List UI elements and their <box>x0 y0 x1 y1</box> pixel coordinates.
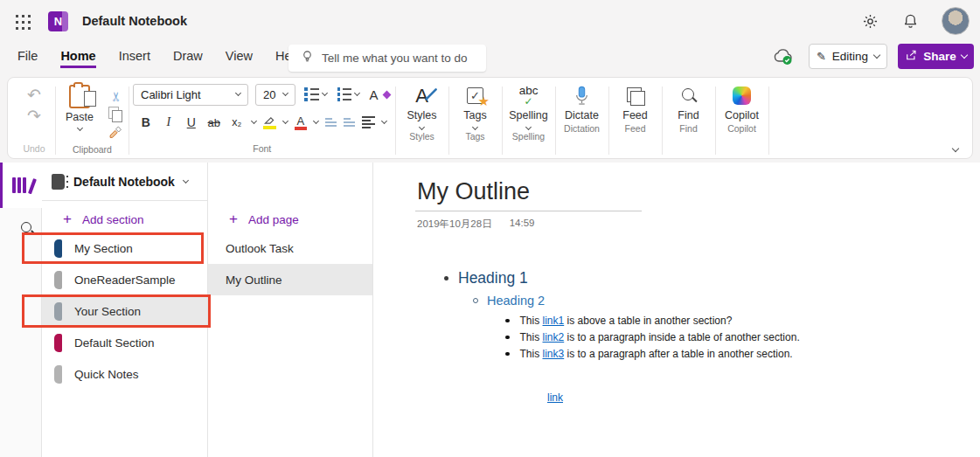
section-icon-2 <box>54 302 62 321</box>
section-icon-0 <box>54 239 62 258</box>
spelling-icon: abc ✓ <box>519 84 539 107</box>
section-item-3[interactable]: Default Section <box>42 327 207 358</box>
onenote-logo-icon[interactable]: N <box>48 11 68 31</box>
sections-panel: Default Notebook + Add section My Sectio… <box>42 163 208 457</box>
ribbon-collapse-chevron[interactable] <box>952 145 959 152</box>
feed-button[interactable]: Feed <box>613 83 658 121</box>
copilot-button[interactable]: Copilot <box>719 83 765 121</box>
spelling-button[interactable]: abc ✓ Spelling <box>506 83 552 129</box>
styles-icon: A <box>415 84 428 107</box>
pencil-icon: ✎ <box>817 50 826 63</box>
undo-icon[interactable]: ↶ <box>27 87 41 104</box>
onenote-app-window: N Default Notebook File Home Insert Draw… <box>0 0 980 457</box>
date-text: 2019年10月28日 <box>417 218 492 231</box>
copilot-icon <box>733 87 751 105</box>
increase-indent-button[interactable] <box>344 118 355 127</box>
find-button[interactable]: Find <box>666 83 712 121</box>
page-title[interactable]: My Outline <box>415 178 642 211</box>
strikethrough-button[interactable]: ab <box>206 116 222 129</box>
format-painter-icon[interactable] <box>108 125 123 142</box>
bullet-list: This link1 is above a table in another s… <box>505 315 980 360</box>
section-item-4[interactable]: Quick Notes <box>42 358 207 390</box>
feed-icon <box>627 87 644 105</box>
font-name-select[interactable]: Calibri Light <box>133 84 248 106</box>
copy-icon[interactable] <box>108 107 122 121</box>
heading1-row: Heading 1 <box>444 269 980 287</box>
add-section-button[interactable]: + Add section <box>42 206 207 232</box>
bullet-item-1: This link1 is above a table in another s… <box>505 315 980 327</box>
page-date: 2019年10月28日 14:59 <box>415 218 980 231</box>
settings-gear-icon[interactable] <box>861 12 879 30</box>
left-rail <box>0 163 42 457</box>
heading2-row: Heading 2 <box>473 294 980 308</box>
notebook-switcher[interactable]: Default Notebook <box>42 163 207 201</box>
highlight-color-button[interactable] <box>263 115 276 129</box>
app-launcher-waffle-icon[interactable] <box>14 13 31 30</box>
highlight-options-chevron[interactable] <box>282 118 288 124</box>
decrease-indent-button[interactable] <box>325 118 337 127</box>
redo-icon[interactable]: ↷ <box>27 107 41 125</box>
section-icon-4 <box>54 365 62 384</box>
font-color-chevron[interactable] <box>313 118 319 124</box>
subscript-button[interactable]: x₂ <box>229 116 245 128</box>
outline: Heading 1 Heading 2 This link1 is above … <box>415 269 980 404</box>
notebook-icon <box>52 174 65 190</box>
time-text: 14:59 <box>510 218 535 231</box>
notebooks-rail-button[interactable] <box>0 163 42 208</box>
section-item-1[interactable]: OneReaderSample <box>42 264 207 295</box>
chevron-down-icon <box>183 177 189 183</box>
ribbon: ↶ ↷ Undo Paste ✂ <box>0 75 980 163</box>
clipboard-icon <box>69 85 90 108</box>
menu-home[interactable]: Home <box>60 49 95 68</box>
add-page-button[interactable]: + Add page <box>208 206 372 232</box>
menu-view[interactable]: View <box>226 49 253 68</box>
tell-me-placeholder: Tell me what you want to do <box>322 52 468 65</box>
section-item-0[interactable]: My Section <box>42 232 207 264</box>
bullet-list-button[interactable] <box>302 86 329 103</box>
numbered-list-button[interactable] <box>336 86 361 103</box>
page-canvas[interactable]: My Outline 2019年10月28日 14:59 Heading 1 H… <box>373 163 980 457</box>
tell-me-search[interactable]: Tell me what you want to do <box>288 45 486 72</box>
paste-button[interactable]: Paste <box>59 83 100 130</box>
styles-button[interactable]: A Styles <box>400 83 445 129</box>
page-item-0[interactable]: Outlook Task <box>208 232 372 264</box>
menu-file[interactable]: File <box>17 49 38 68</box>
star-icon: ★ <box>478 93 490 109</box>
clear-formatting-button[interactable]: A <box>368 86 392 104</box>
editing-mode-button[interactable]: ✎ Editing <box>809 44 887 69</box>
link1-hyperlink[interactable]: link1 <box>543 315 565 327</box>
link3-hyperlink[interactable]: link3 <box>543 348 565 360</box>
share-button[interactable]: Share <box>898 44 974 69</box>
link2-hyperlink[interactable]: link2 <box>543 331 565 343</box>
cut-icon[interactable]: ✂ <box>108 87 124 102</box>
bullet-marker <box>505 352 510 357</box>
copilot-group: Copilot Copilot <box>716 83 768 158</box>
script-options-chevron[interactable] <box>251 118 257 124</box>
styles-group: A Styles Styles <box>396 83 448 158</box>
notifications-bell-icon[interactable] <box>901 12 919 30</box>
saved-cloud-icon[interactable] <box>772 47 795 66</box>
heading1-text[interactable]: Heading 1 <box>458 269 528 287</box>
bold-button[interactable]: B <box>138 115 154 129</box>
alignment-chevron[interactable] <box>381 118 387 124</box>
underline-button[interactable]: U <box>184 115 199 129</box>
tags-button[interactable]: ✓ ★ Tags <box>453 83 498 129</box>
font-color-button[interactable]: A <box>295 115 307 130</box>
spelling-group: abc ✓ Spelling Spelling <box>503 83 555 158</box>
section-item-2[interactable]: Your Section <box>42 295 207 327</box>
feed-group: Feed Feed <box>609 83 662 158</box>
heading2-text[interactable]: Heading 2 <box>487 294 545 308</box>
footer-hyperlink[interactable]: link <box>547 391 563 404</box>
lightbulb-icon <box>301 49 314 67</box>
alignment-button[interactable] <box>362 116 375 128</box>
menu-draw[interactable]: Draw <box>173 49 203 68</box>
italic-button[interactable]: I <box>161 115 177 129</box>
tag-icon: ✓ ★ <box>467 84 483 107</box>
font-size-select[interactable]: 20 <box>255 84 295 106</box>
dictation-group: Dictate Dictation <box>556 83 608 158</box>
page-item-1[interactable]: My Outline <box>208 264 372 295</box>
menu-insert[interactable]: Insert <box>119 49 150 68</box>
user-avatar[interactable] <box>942 7 970 35</box>
dictate-button[interactable]: Dictate <box>560 83 605 121</box>
microphone-icon <box>574 84 589 107</box>
